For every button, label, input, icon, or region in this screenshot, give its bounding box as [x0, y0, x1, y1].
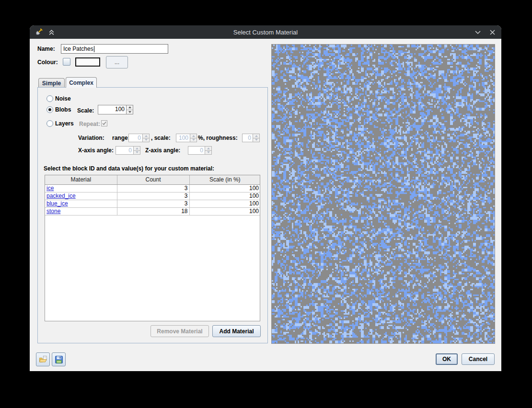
spinner-up-icon	[143, 134, 149, 138]
count-cell[interactable]: 18	[117, 207, 189, 215]
spinner-down-icon	[205, 150, 211, 155]
text-caret	[94, 46, 94, 52]
layers-radio[interactable]	[46, 120, 53, 127]
range-spinner-value: 0	[129, 134, 142, 142]
colour-label: Colour:	[37, 59, 58, 66]
blobs-label: Blobs	[55, 106, 71, 113]
range-spinner: 0	[128, 134, 150, 142]
colour-checkbox[interactable]	[63, 58, 70, 66]
column-header-count[interactable]: Count	[117, 175, 189, 184]
spinner-down-icon[interactable]	[127, 110, 133, 114]
range-label: range:	[112, 135, 130, 141]
load-material-button[interactable]	[36, 352, 50, 366]
material-preview	[271, 44, 495, 344]
scale-cell[interactable]: 100	[189, 192, 260, 200]
colour-picker-button: ...	[106, 56, 128, 68]
titlebar: Select Custom Material	[30, 25, 501, 39]
noise-radio[interactable]	[46, 95, 53, 102]
variation-label: Variation:	[78, 135, 104, 141]
add-material-button[interactable]: Add Material	[212, 325, 261, 337]
material-table-caption: Select the block ID and data value(s) fo…	[44, 165, 214, 172]
spinner-up-icon	[134, 147, 140, 150]
count-cell[interactable]: 3	[117, 192, 189, 200]
spinner-down-icon	[190, 138, 197, 142]
material-cell[interactable]: ice	[45, 184, 117, 192]
remove-material-button: Remove Material	[150, 325, 209, 337]
zaxis-angle-spinner-value: 0	[188, 147, 205, 154]
table-row: blue_ice3100	[45, 200, 260, 207]
window-title: Select Custom Material	[30, 29, 501, 36]
open-folder-icon	[39, 355, 47, 364]
spinner-down-icon	[134, 150, 140, 155]
material-cell[interactable]: blue_ice	[45, 200, 117, 207]
table-header-row: Material Count Scale (in %)	[45, 175, 260, 184]
scale-spinner-value: 100	[98, 105, 126, 114]
scale-label: Scale:	[77, 107, 94, 114]
spinner-up-icon[interactable]	[127, 105, 133, 110]
roughness-spinner: 0	[242, 134, 260, 142]
tab-simple[interactable]: Simple	[38, 78, 65, 88]
blobs-radio[interactable]	[46, 106, 53, 113]
material-link[interactable]: ice	[46, 185, 54, 192]
close-icon[interactable]	[487, 27, 497, 37]
save-material-button[interactable]	[52, 352, 66, 366]
table-row: packed_ice3100	[45, 192, 260, 200]
variation-scale-spinner-value: 100	[176, 134, 190, 142]
roughness-label: %, roughness:	[198, 135, 238, 141]
xaxis-angle-spinner: 0	[116, 146, 140, 155]
cancel-button[interactable]: Cancel	[462, 353, 495, 365]
material-link[interactable]: blue_ice	[46, 200, 68, 207]
spinner-down-icon	[143, 138, 149, 142]
material-link[interactable]: stone	[46, 208, 60, 215]
count-cell[interactable]: 3	[117, 200, 189, 207]
scale-cell[interactable]: 100	[189, 184, 260, 192]
column-header-material[interactable]: Material	[45, 175, 117, 184]
spinner-up-icon	[190, 134, 197, 138]
screen: Select Custom Material Name: Ice Patches…	[0, 0, 532, 408]
material-link[interactable]: packed_ice	[46, 193, 76, 199]
spinner-down-icon	[253, 138, 259, 142]
variation-scale-spinner: 100	[176, 134, 197, 142]
xaxis-angle-label: X-axis angle:	[78, 147, 114, 154]
zaxis-angle-spinner: 0	[188, 146, 212, 155]
scale-cell[interactable]: 100	[189, 207, 260, 215]
scale-spinner[interactable]: 100	[98, 105, 133, 114]
material-cell[interactable]: stone	[45, 207, 117, 215]
scale-cell[interactable]: 100	[189, 200, 260, 207]
zaxis-angle-label: Z-axis angle:	[145, 147, 180, 154]
layers-label: Layers	[55, 120, 74, 127]
select-custom-material-dialog: Select Custom Material Name: Ice Patches…	[30, 25, 501, 371]
ok-button[interactable]: OK	[436, 353, 458, 365]
save-icon	[55, 355, 63, 364]
tab-complex[interactable]: Complex	[66, 77, 97, 88]
name-input-value: Ice Patches	[63, 45, 93, 52]
double-chevron-up-icon[interactable]	[46, 27, 57, 37]
noise-label: Noise	[55, 95, 71, 102]
material-table: Material Count Scale (in %) ice3100packe…	[45, 175, 260, 321]
spinner-up-icon	[205, 147, 211, 150]
column-header-scale[interactable]: Scale (in %)	[189, 175, 260, 184]
xaxis-angle-spinner-value: 0	[116, 147, 133, 154]
material-preview-canvas	[272, 45, 495, 343]
variation-scale-label: , scale:	[151, 135, 171, 141]
colour-swatch	[75, 57, 100, 67]
name-input[interactable]: Ice Patches	[61, 44, 168, 54]
material-cell[interactable]: packed_ice	[45, 192, 117, 200]
table-row: ice3100	[45, 184, 260, 192]
repeat-label: Repeat:	[79, 121, 100, 127]
spinner-up-icon	[253, 134, 259, 138]
chevron-down-icon[interactable]	[473, 27, 483, 37]
shovel-icon	[34, 27, 44, 37]
complex-tab-panel: Noise Blobs Scale: 100 Layers Repeat: Va…	[37, 87, 268, 343]
name-label: Name:	[37, 45, 55, 52]
count-cell[interactable]: 3	[117, 184, 189, 192]
repeat-checkbox	[101, 120, 107, 126]
roughness-spinner-value: 0	[243, 134, 253, 142]
table-row: stone18100	[45, 207, 260, 215]
